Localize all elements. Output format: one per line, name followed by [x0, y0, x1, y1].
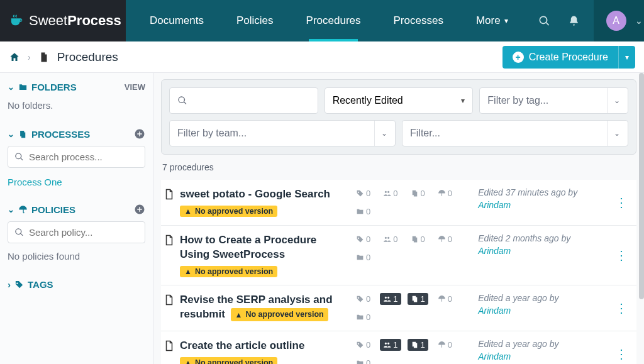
filter-placeholder: Filter... — [410, 128, 440, 139]
scrollbar[interactable] — [639, 73, 644, 364]
stat-tree: 0 — [435, 187, 455, 199]
document-icon — [164, 189, 175, 200]
search-process-input[interactable] — [8, 146, 145, 168]
row-stats: 0 0 0 0 0 — [353, 233, 473, 263]
document-icon — [164, 294, 175, 306]
procedure-title[interactable]: Revise the SERP analysis and resubmit ▲N… — [180, 294, 333, 320]
row-stats: 0 1 1 0 0 — [353, 339, 473, 364]
warning-badge: ▲No approved version — [180, 266, 277, 277]
stat-users: 1 — [380, 293, 401, 305]
nav-more[interactable]: More▾ — [460, 0, 525, 41]
add-process-button[interactable] — [134, 128, 145, 140]
procedure-title[interactable]: How to Create a Procedure Using SweetPro… — [180, 234, 316, 260]
stat-folder: 0 — [353, 311, 374, 323]
author-link[interactable]: Arindam — [478, 351, 606, 361]
sidebar-processes: ⌄ PROCESSES Process One — [0, 119, 153, 195]
procedure-title[interactable]: sweet potato - Google Search — [180, 188, 330, 200]
stat-tags: 0 — [353, 233, 374, 245]
caret-down-icon: ⌄ — [8, 82, 14, 92]
edited-text: Edited 37 minutes ago by — [478, 187, 606, 197]
body: ⌄ FOLDERS VIEW No folders. ⌄ PROCESSES — [0, 73, 644, 364]
procedure-row[interactable]: sweet potato - Google Search▲No approved… — [161, 180, 636, 225]
processes-label: PROCESSES — [31, 129, 90, 140]
sort-select[interactable]: Recently Edited ▾ — [325, 87, 474, 114]
folders-toggle[interactable]: ⌄ FOLDERS — [8, 82, 77, 92]
stat-users: 0 — [380, 233, 401, 245]
sidebar-folders: ⌄ FOLDERS VIEW No folders. — [0, 73, 153, 119]
stat-tree: 0 — [435, 293, 455, 305]
document-icon — [164, 234, 175, 246]
stat-copies: 0 — [408, 187, 428, 199]
process-link[interactable]: Process One — [8, 174, 145, 190]
stat-tree: 0 — [435, 339, 455, 351]
stat-tags: 0 — [353, 293, 374, 305]
folder-icon — [18, 82, 28, 92]
nav-processes[interactable]: Processes — [377, 0, 460, 41]
search-policy-input[interactable] — [8, 221, 145, 243]
author-link[interactable]: Arindam — [478, 246, 606, 256]
sidebar-policies: ⌄ POLICIES No policies found — [0, 195, 153, 270]
stat-copies: 1 — [408, 293, 428, 305]
filter-search-input[interactable] — [169, 87, 318, 114]
procedure-title[interactable]: Create the article outline — [180, 339, 304, 351]
warning-icon: ▲ — [184, 207, 192, 216]
author-link[interactable]: Arindam — [478, 200, 606, 210]
top-nav: SweetProcess Documents Policies Procedur… — [0, 0, 644, 41]
stat-users: 1 — [380, 339, 401, 351]
search-icon[interactable] — [538, 15, 550, 27]
row-menu-button[interactable]: ⋮ — [611, 195, 631, 210]
add-policy-button[interactable] — [134, 204, 145, 215]
chevron-right-icon: › — [28, 52, 31, 62]
page-title: Procedures — [57, 50, 118, 64]
row-menu-button[interactable]: ⋮ — [611, 301, 631, 316]
folders-empty-text: No folders. — [8, 99, 145, 114]
search-icon — [177, 96, 187, 106]
breadcrumb: › Procedures — [9, 50, 118, 64]
filter-generic-select[interactable]: Filter... ⌄ — [402, 120, 628, 146]
procedure-row[interactable]: How to Create a Procedure Using SweetPro… — [161, 225, 636, 285]
filter-team-select[interactable]: Filter by team... ⌄ — [169, 120, 396, 146]
nav-documents[interactable]: Documents — [133, 0, 220, 41]
caret-down-icon: ⌄ — [635, 16, 643, 26]
home-icon[interactable] — [9, 52, 20, 63]
team-placeholder: Filter by team... — [177, 128, 247, 139]
row-menu-button[interactable]: ⋮ — [611, 346, 631, 361]
policies-toggle[interactable]: ⌄ POLICIES — [8, 204, 75, 215]
nav-policies[interactable]: Policies — [220, 0, 290, 41]
create-label: Create Procedure — [529, 52, 608, 63]
caret-down-icon: ⌄ — [374, 121, 387, 146]
processes-toggle[interactable]: ⌄ PROCESSES — [8, 129, 90, 140]
stat-folder: 0 — [353, 251, 374, 263]
brand[interactable]: SweetProcess — [0, 0, 126, 41]
policies-label: POLICIES — [31, 204, 75, 215]
procedure-row[interactable]: Create the article outline▲No approved v… — [161, 331, 636, 364]
procedure-row[interactable]: Revise the SERP analysis and resubmit ▲N… — [161, 285, 636, 331]
filter-tag-select[interactable]: Filter by tag... ⌄ — [479, 87, 628, 114]
warning-icon: ▲ — [184, 267, 192, 276]
warning-badge: ▲No approved version — [180, 206, 277, 217]
procedure-list: sweet potato - Google Search▲No approved… — [161, 180, 636, 364]
nav-procedures[interactable]: Procedures — [290, 0, 377, 41]
create-procedure-button[interactable]: + Create Procedure ▾ — [502, 46, 635, 69]
user-menu[interactable]: A ⌄ — [594, 0, 644, 41]
document-icon — [38, 52, 50, 63]
row-stats: 0 1 1 0 0 — [353, 293, 473, 323]
avatar: A — [606, 11, 626, 31]
folders-view-link[interactable]: VIEW — [125, 82, 145, 92]
chevron-right-icon: › — [8, 279, 11, 290]
search-icon — [14, 228, 24, 237]
stat-folder: 0 — [353, 357, 374, 364]
author-link[interactable]: Arindam — [478, 306, 606, 316]
create-dropdown-caret[interactable]: ▾ — [618, 46, 635, 69]
warning-icon: ▲ — [184, 358, 192, 364]
document-icon — [164, 340, 175, 351]
stat-copies: 1 — [408, 339, 428, 351]
row-menu-button[interactable]: ⋮ — [611, 248, 631, 263]
copies-icon — [18, 130, 28, 139]
nav-right — [525, 0, 594, 41]
caret-down-icon: ⌄ — [8, 205, 14, 214]
tags-toggle[interactable]: › TAGS — [0, 270, 153, 299]
policies-empty-text: No policies found — [8, 250, 145, 265]
tag-placeholder: Filter by tag... — [487, 95, 548, 106]
bell-icon[interactable] — [568, 15, 580, 27]
